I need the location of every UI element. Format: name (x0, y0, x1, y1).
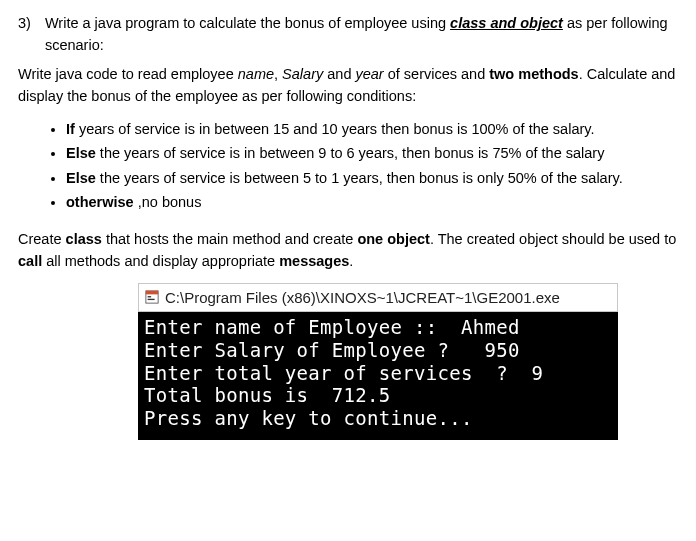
question-number: 3) (18, 12, 31, 57)
scenario-salary: Salary (282, 66, 323, 82)
console-line: Enter Salary of Employee ? 950 (144, 339, 520, 361)
console-line: Enter name of Employee :: Ahmed (144, 316, 520, 338)
cond-rest: years of service is in between 15 and 10… (75, 121, 595, 137)
console-line: Press any key to continue... (144, 407, 473, 429)
cond-lead: Else (66, 145, 96, 161)
console-output: Enter name of Employee :: Ahmed Enter Sa… (138, 312, 618, 440)
scenario-sep2: and (323, 66, 355, 82)
c-h: messages (279, 253, 349, 269)
scenario-sep1: , (274, 66, 282, 82)
cond-lead: otherwise (66, 194, 134, 210)
c-g: all methods and display appropriate (42, 253, 279, 269)
scenario-paragraph: Write java code to read employee name, S… (18, 63, 678, 108)
list-item: Else the years of service is between 5 t… (66, 167, 678, 189)
scenario-methods: two methods (489, 66, 578, 82)
cond-lead: Else (66, 170, 96, 186)
c-i: . (349, 253, 353, 269)
list-item: If years of service is in between 15 and… (66, 118, 678, 140)
c-d: one object (357, 231, 430, 247)
scenario-year: year (355, 66, 383, 82)
scenario-sep3: of services and (384, 66, 490, 82)
c-f: call (18, 253, 42, 269)
console-line: Total bonus is 712.5 (144, 384, 391, 406)
conditions-list: If years of service is in between 15 and… (18, 118, 678, 214)
c-a: Create (18, 231, 66, 247)
console-line: Enter total year of services ? 9 (144, 362, 543, 384)
c-e: . The created object should be used to (430, 231, 676, 247)
question-lead: Write a java program to calculate the bo… (45, 15, 450, 31)
cond-rest: the years of service is in between 9 to … (96, 145, 605, 161)
svg-rect-2 (148, 296, 152, 297)
scenario-name: name (238, 66, 274, 82)
terminal-icon (145, 290, 159, 304)
scenario-pre: Write java code to read employee (18, 66, 238, 82)
question-text: Write a java program to calculate the bo… (45, 12, 678, 57)
svg-rect-1 (146, 291, 158, 295)
question-keyword: class and object (450, 15, 563, 31)
cond-rest: the years of service is between 5 to 1 y… (96, 170, 623, 186)
question-row: 3) Write a java program to calculate the… (18, 12, 678, 57)
closing-paragraph: Create class that hosts the main method … (18, 228, 678, 273)
list-item: Else the years of service is in between … (66, 142, 678, 164)
cond-rest: ,no bonus (134, 194, 202, 210)
titlebar: C:\Program Files (x86)\XINOXS~1\JCREAT~1… (138, 283, 618, 312)
cond-lead: If (66, 121, 75, 137)
console-window: C:\Program Files (x86)\XINOXS~1\JCREAT~1… (138, 283, 618, 440)
list-item: otherwise ,no bonus (66, 191, 678, 213)
window-title: C:\Program Files (x86)\XINOXS~1\JCREAT~1… (165, 286, 560, 309)
c-b: class (66, 231, 102, 247)
svg-rect-3 (148, 299, 155, 300)
c-c: that hosts the main method and create (102, 231, 358, 247)
